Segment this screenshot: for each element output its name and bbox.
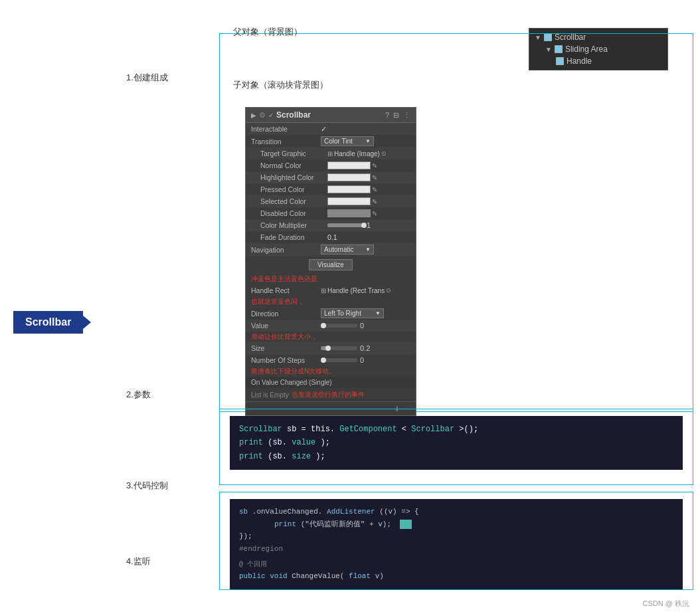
section3-box: Scrollbar sb = this. GetComponent < Scro… [219, 409, 693, 485]
steps-slider[interactable]: 0 [321, 356, 410, 364]
monitor-code-block: sb .onValueChanged. AddListener ((v) => … [230, 499, 683, 589]
inspector-collapse-icon: ▶ [251, 112, 256, 119]
handle-rect-row: Handle Rect ⊞ Handle (Rect Trans ⊙ [246, 284, 416, 296]
size-num: 0.2 [360, 344, 370, 352]
transition-label: Transition [251, 138, 321, 146]
on-value-section: On Value Changed (Single) [246, 377, 416, 388]
color-multiplier-slider[interactable]: 1 [327, 221, 410, 229]
annotation-transition-text: 冲蓝色是主法蓝色还是 [251, 275, 317, 282]
transition-dropdown[interactable]: Color Tint [321, 136, 374, 146]
steps-row: Number Of Steps 0 [246, 354, 416, 366]
monitor-line6: public void ChangeValue( float v) [239, 570, 673, 583]
color-multiplier-value: 1 [367, 221, 371, 229]
annotation-steps-row: 将滑条比下级分成N次移动。 [246, 366, 416, 377]
annotation-ovc-text: 当发送这些行执行的事件 [292, 390, 365, 399]
watermark: CSDN @ 秩沅 [643, 599, 689, 609]
monitor-circle-badge [400, 520, 412, 529]
inspector-check: ✓ [268, 112, 274, 119]
disabled-color-row: Disabled Color ✎ [246, 207, 416, 219]
annotation-size-text: 滑动让你比背景大小， [251, 333, 317, 340]
value-slider[interactable]: 0 [321, 322, 410, 330]
code-print1-end: ); [320, 438, 329, 447]
section4-label: 4.监听 [126, 556, 151, 567]
annotation-handle-row: 也就这里蓝色问， [246, 296, 416, 307]
code-value-prop: value [292, 438, 315, 447]
disabled-color-label: Disabled Color [251, 209, 327, 217]
direction-dropdown[interactable]: Left To Right [321, 308, 384, 318]
monitor-obj: sb [239, 508, 248, 516]
target-grid-icon: ⊞ [327, 150, 333, 157]
annotation-steps-text: 将滑条比下级分成N次移动。 [251, 367, 335, 375]
navigation-label: Navigation [251, 246, 321, 254]
steps-label: Number Of Steps [251, 356, 321, 364]
visualize-button[interactable]: Visualize [309, 259, 353, 270]
highlighted-color-pick[interactable]: ✎ [372, 174, 377, 181]
menu-icon[interactable]: ⋮ [403, 111, 410, 120]
value-label: Value [251, 322, 321, 330]
target-graphic-value: ⊞ Handle (Image) ⊙ [327, 150, 387, 157]
interactable-value[interactable]: ✓ [321, 125, 410, 134]
navigation-dropdown[interactable]: Automatic [321, 245, 374, 255]
target-graphic-row: Target Graphic ⊞ Handle (Image) ⊙ [246, 148, 416, 159]
selected-color-pick[interactable]: ✎ [372, 198, 377, 205]
pressed-color-pick[interactable]: ✎ [372, 186, 377, 193]
inspector-title: ▶ ⚙ ✓ Scrollbar [251, 110, 311, 120]
monitor-line3: }); [239, 530, 673, 543]
monitor-line5: @ 个回用 [239, 558, 673, 571]
section4-box: sb .onValueChanged. AddListener ((v) => … [219, 492, 693, 590]
code-text1: sb = this. [287, 425, 335, 434]
value-row: Value 0 [246, 320, 416, 332]
normal-color-row: Normal Color ✎ [246, 159, 416, 171]
highlighted-color-box[interactable] [327, 173, 371, 181]
target-graphic-text: Handle (Image) [334, 150, 380, 157]
annotation-size-row: 滑动让你比背景大小， [246, 332, 416, 342]
monitor-float: float [349, 572, 371, 580]
disabled-color-box[interactable] [327, 209, 371, 217]
color-multiplier-row: Color Multiplier 1 [246, 219, 416, 231]
handle-rect-circle[interactable]: ⊙ [386, 287, 391, 294]
value-num: 0 [360, 322, 364, 330]
help-icon[interactable]: ? [385, 111, 389, 120]
annotation-handle-text: 也就这里蓝色问， [251, 298, 304, 305]
fade-duration-value[interactable]: 0.1 [327, 233, 410, 241]
code-block: Scrollbar sb = this. GetComponent < Scro… [230, 416, 683, 470]
code-line2: print (sb. value ); [239, 436, 673, 449]
inspector-title-text: Scrollbar [276, 110, 311, 120]
normal-color-box[interactable] [327, 161, 371, 169]
code-type1: Scrollbar [411, 425, 454, 434]
scrollbar-label-button[interactable]: Scrollbar [13, 311, 83, 334]
father-obj-label: 父对象（背景图） [233, 26, 302, 38]
transition-row: Transition Color Tint [246, 135, 416, 148]
monitor-addlistener: AddListener [327, 508, 375, 516]
size-slider[interactable]: 0.2 [321, 344, 410, 352]
handle-rect-value: ⊞ Handle (Rect Trans ⊙ [321, 287, 391, 294]
code-print2-args: (sb. [268, 452, 287, 461]
pressed-color-row: Pressed Color ✎ [246, 183, 416, 195]
fade-duration-label: Fade Duration [251, 233, 327, 241]
fade-duration-row: Fade Duration 0.1 [246, 231, 416, 243]
annotation-transition-row: 冲蓝色是主法蓝色还是 [246, 274, 416, 284]
section1-label: 1.创建组成 [126, 72, 168, 84]
code-keyword1: Scrollbar [239, 425, 282, 434]
monitor-line2: print ("代码监听新的值" + v); [239, 518, 673, 531]
code-print1-args: (sb. [268, 438, 287, 447]
selected-color-box[interactable] [327, 197, 371, 205]
target-circle-icon[interactable]: ⊙ [381, 150, 387, 157]
monitor-endregion: #endregion [239, 545, 283, 553]
disabled-color-pick[interactable]: ✎ [372, 210, 377, 217]
monitor-comment: @ 个回用 [239, 561, 267, 568]
monitor-method: ChangeValue( [292, 572, 344, 580]
inspector-gear-icon: ⚙ [259, 111, 266, 120]
normal-color-pick[interactable]: ✎ [372, 162, 377, 169]
monitor-param: v) [375, 572, 384, 580]
monitor-line4: #endregion [239, 543, 673, 556]
pressed-color-box[interactable] [327, 185, 371, 193]
code-size-prop: size [292, 452, 311, 461]
size-row: Size 0.2 [246, 342, 416, 354]
color-multiplier-label: Color Multiplier [251, 221, 327, 229]
section2-label: 2.参数 [126, 389, 151, 401]
expand-icon[interactable]: ⊟ [393, 111, 399, 120]
highlighted-color-row: Highlighted Color ✎ [246, 171, 416, 183]
monitor-dot1: .onValueChanged. [252, 508, 323, 516]
code-text2: < [402, 425, 406, 434]
